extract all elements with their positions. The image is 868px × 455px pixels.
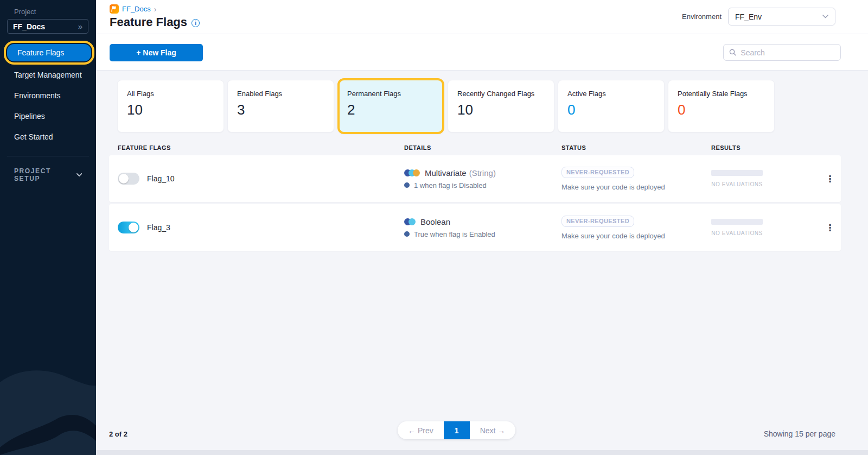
new-flag-button[interactable]: + New Flag xyxy=(110,44,203,61)
table-row[interactable]: Flag_3 Boolean True when flag is Enabled… xyxy=(109,204,841,251)
stat-label: Enabled Flags xyxy=(237,90,324,98)
table-header: FEATURE FLAGS DETAILS STATUS RESULTS xyxy=(109,144,841,151)
status-text: Make sure your code is deployed xyxy=(561,232,711,240)
breadcrumb: FF_Docs › xyxy=(110,4,156,14)
sidebar-divider xyxy=(7,156,89,156)
stat-value: 10 xyxy=(457,102,545,118)
breadcrumb-project-link[interactable]: FF_Docs xyxy=(122,5,151,13)
project-setup-toggle[interactable]: PROJECT SETUP xyxy=(0,167,96,182)
sidebar: Project FF_Docs » Feature Flags Target M… xyxy=(0,0,96,455)
stat-card-recently-changed-flags[interactable]: Recently Changed Flags 10 xyxy=(448,80,554,132)
feature-flags-logo-icon xyxy=(110,4,119,14)
flag-type: Boolean xyxy=(420,217,450,226)
boolean-icon xyxy=(409,218,416,225)
chevron-down-icon xyxy=(822,15,828,18)
row-menu-kebab-icon[interactable]: ⋮ xyxy=(819,174,841,184)
flag-toggle[interactable] xyxy=(118,222,139,233)
multivariate-icon xyxy=(413,169,420,176)
stat-card-active-flags[interactable]: Active Flags 0 xyxy=(558,80,665,132)
page-number-button[interactable]: 1 xyxy=(444,421,470,439)
table-row[interactable]: Flag_10 Multivariate (String) 1 when fla… xyxy=(109,155,841,202)
pagination: ← Prev 1 Next → xyxy=(398,421,515,439)
default-rule-text: 1 when flag is Disabled xyxy=(414,181,487,189)
chevron-right-icon: › xyxy=(154,5,157,14)
environment-label: Environment xyxy=(682,12,722,21)
column-header-feature-flags: FEATURE FLAGS xyxy=(118,144,404,151)
stat-label: Potentially Stale Flags xyxy=(678,90,765,98)
project-setup-label: PROJECT SETUP xyxy=(14,167,71,182)
window-bottom-edge xyxy=(96,450,868,455)
project-selector[interactable]: FF_Docs » xyxy=(7,19,88,34)
search-box[interactable] xyxy=(723,44,841,61)
stat-value: 2 xyxy=(347,102,435,118)
sidebar-item-target-management[interactable]: Target Management xyxy=(0,65,96,85)
per-page-text: Showing 15 per page xyxy=(764,429,835,438)
flags-table: FEATURE FLAGS DETAILS STATUS RESULTS Fla… xyxy=(109,144,841,251)
results-label: NO EVALUATIONS xyxy=(711,181,763,187)
stat-label: Permanent Flags xyxy=(347,90,435,98)
stat-value: 0 xyxy=(567,102,655,118)
toggle-knob xyxy=(129,223,138,232)
flag-name[interactable]: Flag_3 xyxy=(147,223,170,232)
stat-value: 10 xyxy=(127,102,214,118)
default-rule-text: True when flag is Enabled xyxy=(414,230,495,238)
status-badge: NEVER-REQUESTED xyxy=(561,216,634,227)
results-label: NO EVALUATIONS xyxy=(711,230,763,236)
highlight-ring: Feature Flags xyxy=(4,41,94,65)
environment-select[interactable]: FF_Env xyxy=(728,8,835,26)
stat-card-permanent-flags[interactable]: Permanent Flags 2 xyxy=(337,78,444,134)
column-header-details: DETAILS xyxy=(404,144,561,151)
stat-card-potentially-stale-flags[interactable]: Potentially Stale Flags 0 xyxy=(668,80,775,132)
sidebar-item-pipelines[interactable]: Pipelines xyxy=(0,106,96,127)
sidebar-item-environments[interactable]: Environments xyxy=(0,85,96,106)
results-empty-bar xyxy=(711,219,763,225)
column-header-status: STATUS xyxy=(561,144,711,151)
row-menu-kebab-icon[interactable]: ⋮ xyxy=(819,223,841,232)
search-input[interactable] xyxy=(741,48,835,57)
project-label: Project xyxy=(14,8,96,16)
chevron-down-icon xyxy=(76,173,82,177)
page-title: Feature Flags xyxy=(110,15,187,29)
results-empty-bar xyxy=(711,170,763,176)
page-header: FF_Docs › Feature Flags i Environment FF… xyxy=(96,0,868,34)
stat-label: Active Flags xyxy=(567,90,655,98)
prev-page-button[interactable]: ← Prev xyxy=(398,421,444,439)
stat-value: 3 xyxy=(237,102,324,118)
double-chevron-right-icon[interactable]: » xyxy=(78,22,82,30)
flag-type: Multivariate xyxy=(425,168,467,178)
sidebar-item-get-started[interactable]: Get Started xyxy=(0,127,96,147)
info-icon[interactable]: i xyxy=(192,19,200,27)
sidebar-item-feature-flags[interactable]: Feature Flags xyxy=(7,44,91,61)
next-page-button[interactable]: Next → xyxy=(470,421,516,439)
stat-card-enabled-flags[interactable]: Enabled Flags 3 xyxy=(227,80,334,132)
stat-label: Recently Changed Flags xyxy=(457,90,545,98)
variation-dot-icon xyxy=(404,182,410,188)
flag-toggle[interactable] xyxy=(118,173,139,185)
environment-value: FF_Env xyxy=(735,12,762,21)
search-icon xyxy=(729,48,736,56)
flag-name[interactable]: Flag_10 xyxy=(147,174,175,183)
content: All Flags 10 Enabled Flags 3 Permanent F… xyxy=(96,71,868,455)
flag-type-suffix: (String) xyxy=(469,168,496,178)
sidebar-wave-decoration xyxy=(0,346,96,455)
row-count: 2 of 2 xyxy=(109,430,127,438)
variation-dot-icon xyxy=(404,231,410,237)
main-area: FF_Docs › Feature Flags i Environment FF… xyxy=(96,0,868,455)
toggle-knob xyxy=(119,174,129,184)
stat-label: All Flags xyxy=(127,90,214,98)
toolbar: + New Flag xyxy=(96,34,868,71)
stat-card-all-flags[interactable]: All Flags 10 xyxy=(117,80,224,132)
column-header-results: RESULTS xyxy=(711,144,819,151)
status-badge: NEVER-REQUESTED xyxy=(561,167,634,178)
stat-value: 0 xyxy=(678,102,765,118)
status-text: Make sure your code is deployed xyxy=(561,183,711,191)
stat-cards-row: All Flags 10 Enabled Flags 3 Permanent F… xyxy=(96,71,868,134)
project-name: FF_Docs xyxy=(13,22,45,31)
